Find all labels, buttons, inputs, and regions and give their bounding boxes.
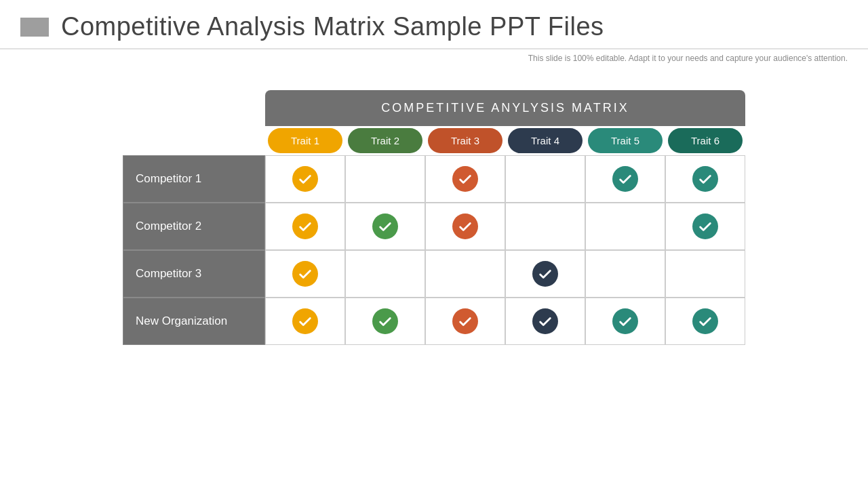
checkmark-r2-c3 [532, 261, 558, 287]
data-cell-r1-c3 [505, 203, 585, 250]
header-accent [20, 18, 49, 37]
data-cell-r3-c3 [505, 298, 585, 345]
trait-header-1: Trait 1 [268, 128, 342, 153]
header-bar: Competitive Analysis Matrix Sample PPT F… [0, 0, 868, 49]
checkmark-r1-c0 [292, 214, 318, 239]
matrix-wrapper: COMPETITIVE ANYLYSIS MATRIX Trait 1 Trai… [123, 90, 745, 345]
checkmark-r0-c0 [292, 166, 318, 192]
data-cell-r0-c1 [345, 155, 425, 203]
trait-header-4: Trait 4 [508, 128, 583, 153]
data-cell-r3-c0 [265, 298, 345, 345]
subtitle: This slide is 100% editable. Adapt it to… [0, 49, 868, 63]
row-label-3: New Organization [123, 298, 265, 345]
data-cell-r1-c1 [345, 203, 425, 250]
row-label-1: Competitor 2 [123, 203, 265, 250]
data-cell-r3-c1 [345, 298, 425, 345]
row-label-2: Competitor 3 [123, 250, 265, 298]
matrix-table: COMPETITIVE ANYLYSIS MATRIX Trait 1 Trai… [123, 90, 745, 345]
trait-header-3: Trait 3 [428, 128, 502, 153]
row-label-0: Competitor 1 [123, 155, 265, 203]
trait-header-2: Trait 2 [348, 128, 422, 153]
data-cell-r0-c0 [265, 155, 345, 203]
data-cell-r2-c5 [665, 250, 745, 298]
trait-header-5: Trait 5 [588, 128, 663, 153]
data-cell-r0-c3 [505, 155, 585, 203]
checkmark-r1-c5 [692, 214, 718, 239]
checkmark-r3-c4 [612, 308, 638, 334]
data-cell-r2-c1 [345, 250, 425, 298]
checkmark-r0-c2 [452, 166, 478, 192]
data-cell-r3-c2 [425, 298, 505, 345]
checkmark-r2-c0 [292, 261, 318, 287]
checkmark-r3-c0 [292, 308, 318, 334]
data-cell-r2-c2 [425, 250, 505, 298]
checkmark-r0-c5 [692, 166, 718, 192]
checkmark-r3-c1 [372, 308, 398, 334]
checkmark-r1-c1 [372, 214, 398, 239]
trait-header-6: Trait 6 [668, 128, 743, 153]
checkmark-r1-c2 [452, 214, 478, 239]
matrix-title: COMPETITIVE ANYLYSIS MATRIX [265, 90, 745, 126]
data-cell-r1-c0 [265, 203, 345, 250]
data-cell-r3-c5 [665, 298, 745, 345]
data-cell-r0-c5 [665, 155, 745, 203]
checkmark-r3-c3 [532, 308, 558, 334]
data-cell-r1-c5 [665, 203, 745, 250]
data-cell-r1-c4 [585, 203, 665, 250]
data-cell-r0-c2 [425, 155, 505, 203]
main-content: COMPETITIVE ANYLYSIS MATRIX Trait 1 Trai… [0, 63, 868, 345]
data-cell-r2-c3 [505, 250, 585, 298]
data-cell-r2-c0 [265, 250, 345, 298]
data-cell-r3-c4 [585, 298, 665, 345]
data-cell-r1-c2 [425, 203, 505, 250]
page-title: Competitive Analysis Matrix Sample PPT F… [61, 12, 604, 41]
checkmark-r0-c4 [612, 166, 638, 192]
trait-spacer [123, 126, 265, 155]
data-cell-r0-c4 [585, 155, 665, 203]
checkmark-r3-c5 [692, 308, 718, 334]
data-cell-r2-c4 [585, 250, 665, 298]
checkmark-r3-c2 [452, 308, 478, 334]
title-spacer [123, 90, 265, 126]
